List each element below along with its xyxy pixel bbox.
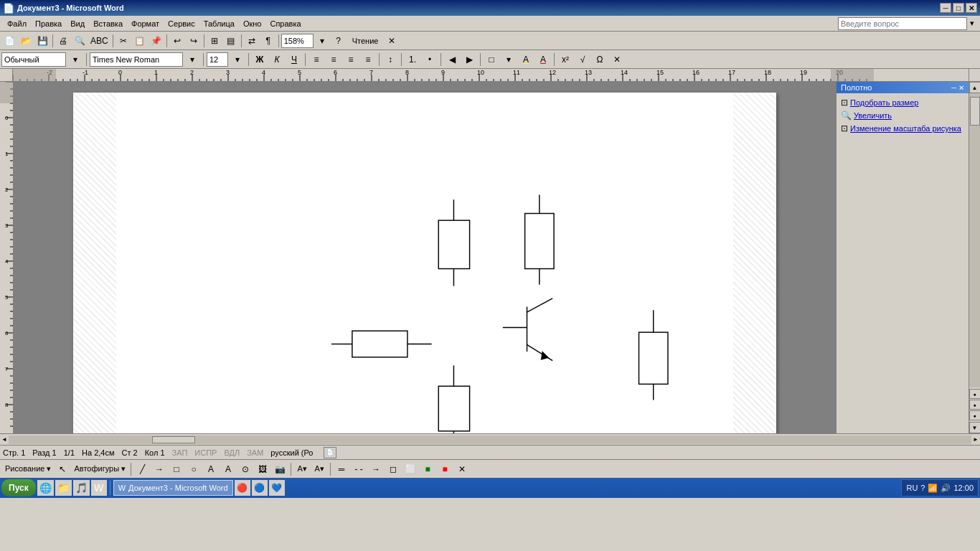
- menu-file[interactable]: Файл: [3, 18, 31, 29]
- ellipse-tool[interactable]: ○: [186, 461, 202, 477]
- document-area[interactable]: [13, 82, 836, 433]
- select-browse[interactable]: ●: [969, 400, 981, 410]
- scroll-track[interactable]: [969, 93, 981, 387]
- hscroll-right-button[interactable]: ►: [971, 435, 980, 444]
- columns-btn[interactable]: ▤: [223, 33, 239, 49]
- text-direction[interactable]: ⇄: [244, 33, 260, 49]
- fill-tool[interactable]: A▾: [294, 461, 310, 477]
- formula[interactable]: √: [575, 52, 590, 67]
- style-selector[interactable]: [1, 52, 66, 67]
- select-arrow[interactable]: ↖: [55, 461, 70, 477]
- dashstyle-tool[interactable]: - -: [351, 461, 367, 477]
- highlight[interactable]: A: [518, 52, 534, 67]
- paste-button[interactable]: 📌: [149, 33, 164, 49]
- increase-indent[interactable]: ▶: [461, 52, 477, 67]
- align-left[interactable]: ≡: [308, 52, 324, 67]
- panel-close-btn[interactable]: ✕: [958, 84, 964, 92]
- clipart-tool[interactable]: 🖼: [255, 461, 270, 477]
- zoom-arrow[interactable]: ▾: [314, 33, 330, 49]
- arrow-tool[interactable]: →: [151, 461, 167, 477]
- search-arrow[interactable]: ▾: [967, 19, 977, 28]
- menu-tools[interactable]: Сервис: [164, 18, 199, 29]
- underline-button[interactable]: Ч: [286, 52, 302, 67]
- align-right[interactable]: ≡: [343, 52, 359, 67]
- style-arrow[interactable]: ▾: [67, 52, 83, 67]
- hscroll-left-button[interactable]: ◄: [0, 435, 9, 444]
- copy-button[interactable]: 📋: [132, 33, 148, 49]
- panel-fit-label[interactable]: Подобрать размер: [850, 98, 918, 107]
- panel-zoom-label[interactable]: Увеличить: [854, 111, 892, 120]
- omega[interactable]: Ω: [592, 52, 608, 67]
- lang-icon[interactable]: 📄: [324, 447, 336, 458]
- taskbar-word-app[interactable]: W Документ3 - Microsoft Word: [113, 480, 233, 496]
- arrowstyle-tool[interactable]: →: [368, 461, 384, 477]
- linestyle-tool[interactable]: ═: [334, 461, 349, 477]
- diagram-tool[interactable]: ⊙: [237, 461, 253, 477]
- wordart-tool[interactable]: A: [220, 461, 236, 477]
- table-insert[interactable]: ⊞: [207, 33, 222, 49]
- maximize-button[interactable]: □: [953, 3, 964, 13]
- show-formatting[interactable]: ¶: [260, 33, 276, 49]
- save-button[interactable]: 💾: [34, 33, 50, 49]
- scroll-down-button[interactable]: ▼: [969, 422, 981, 433]
- linecolor-red[interactable]: ■: [437, 461, 453, 477]
- line-spacing[interactable]: ↕: [382, 52, 398, 67]
- close-button[interactable]: ✕: [966, 3, 977, 13]
- scroll-up-button[interactable]: ▲: [969, 82, 981, 93]
- panel-resize-btn[interactable]: ─: [951, 84, 956, 92]
- word-taskbar-icon[interactable]: W: [91, 480, 107, 496]
- print-button[interactable]: 🖨: [55, 33, 71, 49]
- font-arrow[interactable]: ▾: [184, 52, 200, 67]
- search-input[interactable]: [838, 17, 967, 30]
- reading-button[interactable]: Чтение: [347, 33, 384, 49]
- superscript[interactable]: x²: [557, 52, 573, 67]
- align-center[interactable]: ≡: [326, 52, 341, 67]
- preview-button[interactable]: 🔍: [72, 33, 88, 49]
- close-draw[interactable]: ✕: [454, 461, 470, 477]
- size-arrow[interactable]: ▾: [230, 52, 245, 67]
- select-browse-prev[interactable]: ●: [969, 389, 981, 399]
- linecolor-green[interactable]: ■: [420, 461, 435, 477]
- border-arrow[interactable]: ▾: [501, 52, 517, 67]
- autoshapes-menu[interactable]: Автофигуры ▾: [72, 461, 128, 477]
- draw-menu[interactable]: Рисование ▾: [3, 461, 53, 477]
- minimize-button[interactable]: ─: [940, 3, 951, 13]
- rect-tool[interactable]: □: [169, 461, 184, 477]
- scroll-thumb[interactable]: [970, 97, 980, 126]
- shadow-tool[interactable]: ◻: [385, 461, 401, 477]
- menu-window[interactable]: Окно: [239, 18, 266, 29]
- font-selector[interactable]: [90, 52, 183, 67]
- close-doc-btn[interactable]: ✕: [384, 33, 400, 49]
- menu-table[interactable]: Таблица: [199, 18, 239, 29]
- 3d-tool[interactable]: ⬜: [402, 461, 418, 477]
- menu-edit[interactable]: Правка: [31, 18, 66, 29]
- ie-icon[interactable]: 🌐: [37, 480, 54, 496]
- select-browse-next[interactable]: ●: [969, 410, 981, 420]
- open-button[interactable]: 📂: [18, 33, 34, 49]
- menu-format[interactable]: Формат: [127, 18, 164, 29]
- outside-border[interactable]: □: [484, 52, 499, 67]
- image-tool[interactable]: 📷: [272, 461, 288, 477]
- explorer-icon[interactable]: 📁: [55, 480, 72, 496]
- start-button[interactable]: Пуск: [1, 479, 36, 496]
- menu-help[interactable]: Справка: [265, 18, 305, 29]
- numbering[interactable]: 1.: [405, 52, 420, 67]
- font-color[interactable]: A: [535, 52, 551, 67]
- line-tool[interactable]: ╱: [134, 461, 150, 477]
- hscroll-thumb[interactable]: [152, 436, 195, 443]
- redo-button[interactable]: ↪: [186, 33, 202, 49]
- close-fmt[interactable]: ✕: [609, 52, 625, 67]
- panel-scale-label[interactable]: Изменение масштаба рисунка: [850, 124, 961, 133]
- taskbar-app4[interactable]: 💙: [269, 480, 285, 496]
- italic-button[interactable]: К: [269, 52, 285, 67]
- textbox-tool[interactable]: A: [203, 461, 219, 477]
- new-button[interactable]: 📄: [1, 33, 17, 49]
- undo-button[interactable]: ↩: [169, 33, 185, 49]
- hscroll-track[interactable]: [9, 435, 971, 444]
- bullets[interactable]: •: [422, 52, 438, 67]
- cut-button[interactable]: ✂: [116, 33, 131, 49]
- bold-button[interactable]: Ж: [252, 52, 268, 67]
- help-btn[interactable]: ?: [331, 33, 347, 49]
- font-size-selector[interactable]: [207, 52, 228, 67]
- decrease-indent[interactable]: ◀: [444, 52, 460, 67]
